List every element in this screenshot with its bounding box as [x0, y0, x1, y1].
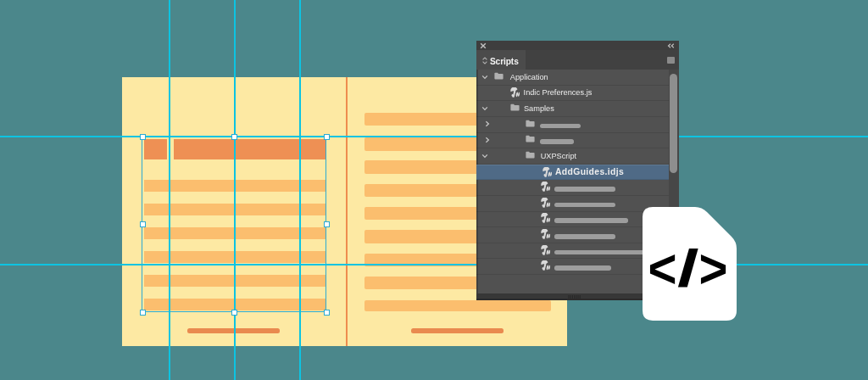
svg-text:/: / [677, 239, 699, 297]
svg-text:<: < [648, 238, 677, 299]
svg-text:>: > [699, 238, 728, 299]
